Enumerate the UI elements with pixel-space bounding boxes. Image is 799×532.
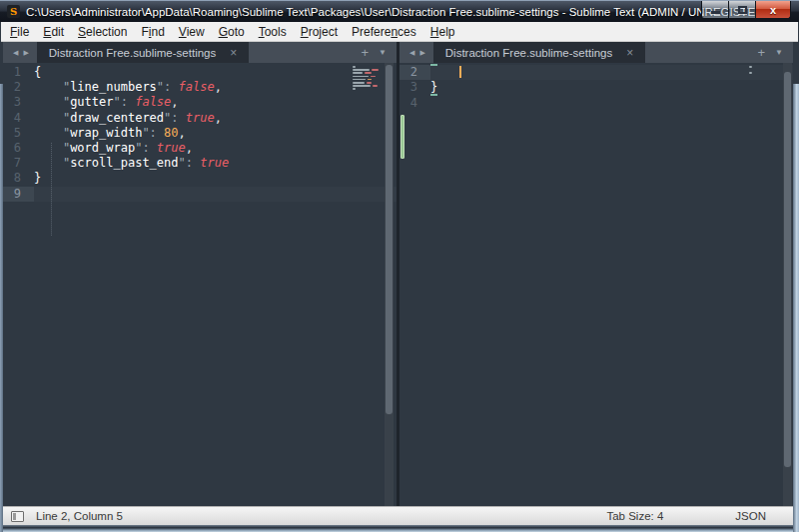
scroll-tabs-left-icon[interactable]: ◀ bbox=[409, 49, 414, 57]
left-pane: ◀ ▶ Distraction Free.sublime-settings × … bbox=[3, 42, 397, 506]
tab-dropdown-icon[interactable]: ▼ bbox=[377, 48, 397, 57]
line-number: 4 bbox=[3, 111, 34, 126]
minimap[interactable] bbox=[749, 66, 752, 79]
left-tab-bar: ◀ ▶ Distraction Free.sublime-settings × … bbox=[3, 42, 397, 63]
code-line: 9 bbox=[3, 187, 397, 202]
scroll-tabs-right-icon[interactable]: ▶ bbox=[23, 49, 28, 57]
status-bar: Line 2, Column 5 Tab Size: 4 JSON bbox=[1, 506, 798, 525]
line-number: 2 bbox=[3, 80, 34, 95]
right-editor[interactable]: 1{2 3}4 bbox=[400, 63, 793, 506]
line-number: 1 bbox=[3, 65, 34, 80]
menu-edit[interactable]: Edit bbox=[36, 23, 71, 41]
menu-goto[interactable]: Goto bbox=[212, 23, 252, 41]
menu-help[interactable]: Help bbox=[423, 23, 462, 41]
menu-preferences[interactable]: Preferences bbox=[345, 23, 423, 41]
indent-guide bbox=[51, 143, 52, 236]
tab-close-icon[interactable]: × bbox=[626, 48, 633, 58]
window-left-border bbox=[0, 84, 3, 532]
scroll-tabs-left-icon[interactable]: ◀ bbox=[13, 49, 18, 57]
line-number: 8 bbox=[3, 171, 34, 186]
cursor-position: Line 2, Column 5 bbox=[36, 510, 123, 522]
tab-distraction-free-settings[interactable]: Distraction Free.sublime-settings × bbox=[37, 42, 249, 63]
vertical-scrollbar[interactable] bbox=[783, 63, 792, 506]
syntax-indicator[interactable]: JSON bbox=[735, 510, 766, 522]
scrollbar-thumb[interactable] bbox=[784, 72, 791, 467]
code-line: 3 "gutter": false, bbox=[3, 95, 397, 110]
tab-dropdown-icon[interactable]: ▼ bbox=[773, 48, 793, 57]
menu-find[interactable]: Find bbox=[134, 23, 171, 41]
line-number: 9 bbox=[3, 187, 34, 202]
line-number: 3 bbox=[3, 95, 34, 110]
line-number: 6 bbox=[3, 141, 34, 156]
tab-close-icon[interactable]: × bbox=[230, 48, 237, 58]
vertical-scrollbar[interactable] bbox=[385, 63, 394, 506]
line-number: 5 bbox=[3, 126, 34, 141]
code-line: 3} bbox=[400, 80, 793, 95]
window-bottom-border bbox=[0, 525, 799, 532]
line-number: 4 bbox=[400, 96, 430, 111]
tab-scroll-arrows[interactable]: ◀ ▶ bbox=[400, 42, 433, 63]
new-tab-button[interactable]: + bbox=[749, 45, 773, 60]
code-line: 5 "wrap_width": 80, bbox=[3, 126, 397, 141]
sublime-text-window: S C:\Users\Administrator\AppData\Roaming… bbox=[0, 0, 799, 532]
menu-view[interactable]: View bbox=[172, 23, 212, 41]
close-window-button[interactable]: x bbox=[756, 1, 791, 19]
tab-size-indicator[interactable]: Tab Size: 4 bbox=[606, 510, 663, 522]
scrollbar-thumb[interactable] bbox=[386, 65, 393, 414]
panel-switcher-icon[interactable] bbox=[11, 511, 24, 522]
menu-project[interactable]: Project bbox=[294, 23, 345, 41]
line-number: 3 bbox=[400, 80, 430, 95]
right-tab-bar: ◀ ▶ Distraction Free.sublime-settings × … bbox=[400, 42, 793, 63]
new-tab-button[interactable]: + bbox=[353, 45, 377, 60]
menu-bar: FileEditSelectionFindViewGotoToolsProjec… bbox=[1, 22, 798, 42]
scroll-tabs-right-icon[interactable]: ▶ bbox=[419, 49, 424, 57]
tab-title: Distraction Free.sublime-settings bbox=[49, 47, 216, 59]
minimize-icon bbox=[711, 11, 720, 14]
tab-distraction-free-settings[interactable]: Distraction Free.sublime-settings × bbox=[433, 42, 645, 63]
text-cursor bbox=[459, 66, 461, 78]
code-line: 4 "draw_centered": true, bbox=[3, 111, 397, 126]
window-right-border bbox=[793, 84, 799, 532]
menu-file[interactable]: File bbox=[3, 23, 36, 41]
menu-tools[interactable]: Tools bbox=[252, 23, 294, 41]
diff-added-marker bbox=[400, 115, 404, 159]
minimize-button[interactable] bbox=[701, 1, 729, 19]
code-line: 2 "line_numbers": false, bbox=[3, 80, 397, 95]
code-line: 4 bbox=[400, 96, 793, 111]
line-number: 7 bbox=[3, 156, 34, 171]
minimap[interactable] bbox=[353, 66, 379, 92]
code-line: 2 bbox=[400, 65, 793, 80]
tab-title: Distraction Free.sublime-settings bbox=[445, 47, 612, 59]
window-title: C:\Users\Administrator\AppData\Roaming\S… bbox=[26, 6, 783, 18]
maximize-button[interactable] bbox=[729, 1, 756, 19]
line-number: 2 bbox=[400, 65, 430, 80]
menu-selection[interactable]: Selection bbox=[71, 23, 134, 41]
left-editor[interactable]: 1{2 "line_numbers": false,3 "gutter": fa… bbox=[3, 63, 397, 506]
maximize-icon bbox=[738, 6, 747, 14]
close-icon: x bbox=[770, 2, 776, 18]
code-line: 1{ bbox=[3, 65, 397, 80]
code-line: 6 "word_wrap": true, bbox=[3, 141, 397, 156]
tab-scroll-arrows[interactable]: ◀ ▶ bbox=[3, 42, 37, 63]
app-icon: S bbox=[7, 5, 20, 18]
code-line: 7 "scroll_past_end": true bbox=[3, 156, 397, 171]
editor-workspace: ◀ ▶ Distraction Free.sublime-settings × … bbox=[0, 42, 799, 506]
title-bar[interactable]: S C:\Users\Administrator\AppData\Roaming… bbox=[0, 0, 799, 22]
code-line: 8} bbox=[3, 171, 397, 186]
right-pane: ◀ ▶ Distraction Free.sublime-settings × … bbox=[400, 42, 793, 506]
